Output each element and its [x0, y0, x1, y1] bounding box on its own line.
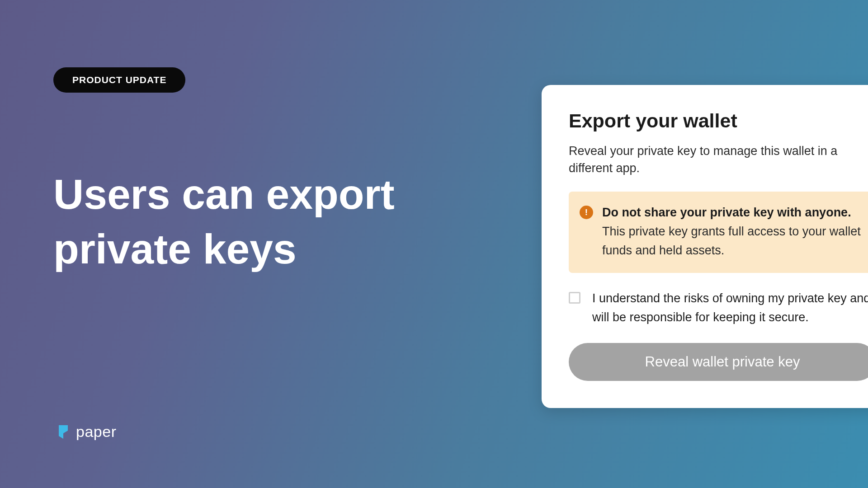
warning-title: Do not share your private key with anyon…: [602, 204, 863, 221]
warning-content: Do not share your private key with anyon…: [602, 204, 863, 260]
consent-checkbox[interactable]: [569, 292, 580, 304]
paper-logo-icon: [58, 424, 69, 440]
warning-text: This private key grants full access to y…: [602, 222, 863, 260]
page-headline: Users can export private keys: [53, 167, 460, 277]
export-wallet-card: Export your wallet Reveal your private k…: [542, 85, 868, 408]
warning-callout: ! Do not share your private key with any…: [569, 192, 868, 273]
badge-label: PRODUCT UPDATE: [72, 75, 166, 85]
card-title: Export your wallet: [569, 110, 868, 132]
product-update-badge: PRODUCT UPDATE: [53, 67, 185, 93]
warning-icon: !: [580, 206, 593, 219]
brand-logo: paper: [58, 423, 116, 441]
reveal-private-key-button[interactable]: Reveal wallet private key: [569, 343, 868, 381]
consent-row: I understand the risks of owning my priv…: [569, 289, 868, 327]
consent-text: I understand the risks of owning my priv…: [592, 289, 868, 327]
brand-name: paper: [76, 423, 116, 441]
card-subtitle: Reveal your private key to manage this w…: [569, 143, 868, 177]
